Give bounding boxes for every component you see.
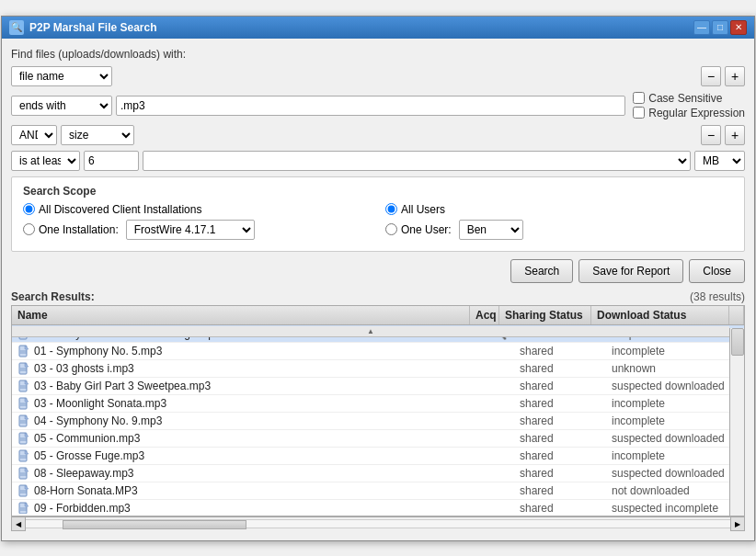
horizontal-scrollbar[interactable]: ◀ ▶ <box>11 516 745 531</box>
unit-select[interactable]: MB KB GB bytes <box>694 151 745 171</box>
app-icon: 🔍 <box>9 20 24 35</box>
installation-select[interactable]: FrostWire 4.17.1 LimeWire 5.0 Ares 2.1 <box>126 220 255 240</box>
table-row[interactable]: 05 - Grosse Fuge.mp3sharedincomplete <box>12 448 744 465</box>
filter-row-1: file name file size hash extension − + <box>11 66 745 86</box>
table-row[interactable]: 08 - Sleepaway.mp3sharedsuspected downlo… <box>12 465 744 482</box>
cell-acq <box>485 367 514 370</box>
size-value-select[interactable] <box>143 151 691 171</box>
one-user-row: One User: Ben Alice Bob <box>385 220 733 240</box>
results-count: (38 results) <box>690 290 745 303</box>
table-row[interactable]: 03 - 03 ghosts i.mp3sharedunknown <box>12 360 744 378</box>
table-row[interactable]: 04 - Symphony No. 9.mp3sharedincomplete <box>12 413 744 430</box>
h-scroll-track <box>26 519 730 528</box>
minus-button-2[interactable]: − <box>701 125 721 145</box>
table-row[interactable]: 03 - Baby Girl Part 3 Sweetpea.mp3shared… <box>12 378 744 395</box>
maximize-button[interactable]: □ <box>712 20 728 35</box>
cell-download: not downloaded <box>606 482 744 499</box>
atleast-select[interactable]: is at least is at most is exactly <box>11 151 80 171</box>
save-for-report-button[interactable]: Save for Report <box>578 259 683 283</box>
condition-select[interactable]: ends with starts with contains is exactl… <box>11 96 112 116</box>
one-installation-radio[interactable] <box>23 223 35 235</box>
col-acq: Acq <box>470 306 499 324</box>
search-button[interactable]: Search <box>510 259 573 283</box>
cell-name: 09 - Forbidden.mp3 <box>12 500 485 514</box>
file-name: 05 - Communion.mp3 <box>34 432 140 445</box>
file-name: 01 - Symphony No. 5.mp3 <box>34 345 162 357</box>
all-discovered-radio[interactable] <box>23 203 35 215</box>
size-value-input[interactable] <box>84 151 139 171</box>
case-sensitive-label: Case Sensitive <box>633 92 745 105</box>
cell-acq <box>485 454 514 458</box>
cell-acq <box>485 349 514 353</box>
cell-sharing: shared <box>514 500 606 514</box>
cell-acq <box>485 437 514 440</box>
table-row[interactable]: 09 - Forbidden.mp3sharedsuspected incomp… <box>12 500 744 514</box>
cell-download: suspected downloaded <box>606 430 744 447</box>
operator-select[interactable]: AND OR <box>11 125 57 145</box>
h-scroll-thumb[interactable] <box>63 520 246 529</box>
table-row[interactable]: 03 - Moonlight Sonata.mp3sharedincomplet… <box>12 395 744 413</box>
cell-name: 08-Horn Sonata.MP3 <box>12 482 485 499</box>
window-title: P2P Marshal File Search <box>29 21 157 34</box>
table-row[interactable]: 01 - Symphony No. 5.mp3sharedincomplete <box>12 343 744 360</box>
table-row[interactable]: 08-Horn Sonata.MP3sharednot downloaded <box>12 482 744 500</box>
scroll-thumb[interactable] <box>731 328 744 356</box>
regular-expression-checkbox[interactable] <box>633 107 645 119</box>
file-icon <box>17 345 30 357</box>
user-select[interactable]: Ben Alice Bob <box>459 220 523 240</box>
cell-sharing: shared <box>514 360 606 377</box>
plus-button-2[interactable]: + <box>725 125 745 145</box>
all-users-radio[interactable] <box>385 203 397 215</box>
vertical-scrollbar[interactable] <box>729 328 744 516</box>
cell-name: 03 - 03 ghosts i.mp3 <box>12 360 485 377</box>
file-name: 05 - Grosse Fuge.mp3 <box>34 449 144 462</box>
cell-acq <box>485 419 514 423</box>
field-select[interactable]: file name file size hash extension <box>11 66 112 86</box>
plus-button-1[interactable]: + <box>725 66 745 86</box>
h-scroll-left-btn[interactable]: ◀ <box>11 516 26 531</box>
cell-sharing: shared <box>514 430 606 447</box>
table-body[interactable]: 01 - Baby Girl Part 1 Awakenings.mp3🔍sha… <box>12 325 744 514</box>
regular-expression-label: Regular Expression <box>633 107 745 119</box>
cell-sharing: shared <box>514 413 606 429</box>
size-select[interactable]: size name length <box>61 125 134 145</box>
close-button[interactable]: Close <box>689 259 745 283</box>
cell-name: 03 - Baby Girl Part 3 Sweetpea.mp3 <box>12 378 485 394</box>
one-user-radio[interactable] <box>385 223 397 235</box>
file-icon <box>17 380 30 392</box>
value-input-wrapper <box>116 96 625 116</box>
file-icon <box>17 414 30 427</box>
window-close-button[interactable]: ✕ <box>730 20 747 35</box>
cell-sharing: shared <box>514 482 606 499</box>
minus-button-1[interactable]: − <box>701 66 721 86</box>
results-header: Search Results: (38 results) <box>11 290 745 303</box>
file-name: 04 - Symphony No. 9.mp3 <box>34 414 162 427</box>
file-icon <box>17 484 30 497</box>
case-sensitive-checkbox[interactable] <box>633 92 645 104</box>
title-buttons: — □ ✕ <box>693 20 747 35</box>
find-label: Find files (uploads/downloads) with: <box>11 48 745 61</box>
file-name: 03 - Baby Girl Part 3 Sweetpea.mp3 <box>34 380 211 392</box>
checkbox-group: Case Sensitive Regular Expression <box>633 92 745 119</box>
value-input[interactable] <box>116 96 625 116</box>
filter-row-4: is at least is at most is exactly MB KB … <box>11 151 745 171</box>
cell-name: 01 - Symphony No. 5.mp3 <box>12 343 485 359</box>
minimize-button[interactable]: — <box>693 20 710 35</box>
file-icon <box>17 397 30 410</box>
one-installation-label: One Installation: <box>23 223 119 236</box>
search-scope-panel: Search Scope All Discovered Client Insta… <box>11 176 745 252</box>
table-row[interactable]: 05 - Communion.mp3sharedsuspected downlo… <box>12 430 744 448</box>
cell-acq <box>485 471 514 475</box>
scope-right: All Users One User: Ben Alice Bob <box>385 203 733 244</box>
content-area: Find files (uploads/downloads) with: fil… <box>2 39 754 540</box>
all-discovered-label: All Discovered Client Installations <box>23 203 201 216</box>
h-scroll-right-btn[interactable]: ▶ <box>730 516 745 531</box>
cell-name: 05 - Communion.mp3 <box>12 430 485 447</box>
cell-sharing: shared <box>514 378 606 394</box>
sort-indicator-row: ▲ <box>12 326 729 337</box>
results-label: Search Results: <box>11 290 95 303</box>
cell-download: suspected incomplete <box>606 500 744 514</box>
cell-acq <box>485 384 514 388</box>
cell-sharing: shared <box>514 465 606 482</box>
one-installation-row: One Installation: FrostWire 4.17.1 LimeW… <box>23 220 371 240</box>
